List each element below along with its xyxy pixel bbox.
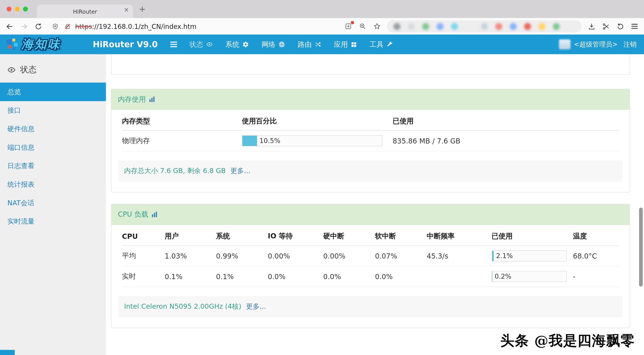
address-bar[interactable]: https://192.168.0.1/zh_CN/index.htm bbox=[50, 22, 338, 31]
download-icon[interactable] bbox=[587, 22, 596, 31]
tab-title: HiRouter bbox=[73, 8, 97, 15]
cpu-progress-fill bbox=[492, 271, 492, 282]
zoom-icon[interactable] bbox=[358, 22, 367, 31]
main-content: 内存使用 内存类型 使用百分比 已使用 物理内存 10.5 bbox=[106, 54, 644, 355]
reset-icon[interactable] bbox=[616, 22, 624, 31]
menu-item-status[interactable]: 状态 bbox=[189, 40, 213, 49]
browser-tab[interactable]: HiRouter × bbox=[37, 5, 133, 18]
app-menu: 状态 系统 网络 路由 应用 工具 bbox=[189, 40, 393, 49]
extension-icon[interactable] bbox=[436, 23, 444, 30]
cpu-temp-cell: 68.0°C bbox=[573, 252, 619, 260]
close-tab-icon[interactable]: × bbox=[124, 7, 129, 13]
col-cpu: CPU bbox=[122, 232, 165, 240]
cpu-progress-label: 2.1% bbox=[496, 252, 513, 260]
site-info-shield-icon[interactable] bbox=[50, 22, 60, 31]
cpu-card-title: CPU 负载 bbox=[118, 210, 148, 219]
extensions-tray bbox=[387, 20, 582, 33]
col-memory-type: 内存类型 bbox=[122, 116, 242, 126]
col-used: 已使用 bbox=[393, 116, 619, 126]
gear-icon bbox=[242, 41, 249, 48]
extension-icon[interactable] bbox=[510, 23, 516, 30]
browser-window: HiRouter × + https://192.168.0.1/zh_CN/i… bbox=[0, 0, 644, 355]
cpu-user-cell: 1.03% bbox=[165, 252, 216, 260]
cpu-hirq-cell: 0.00% bbox=[323, 252, 375, 260]
menu-item-label: 网络 bbox=[262, 40, 276, 49]
cpu-used-cell: 0.2% bbox=[492, 271, 573, 282]
extension-icon[interactable] bbox=[524, 23, 531, 30]
cpu-system-cell: 0.99% bbox=[216, 252, 268, 260]
memory-type-cell: 物理内存 bbox=[122, 136, 242, 146]
url-scheme: https bbox=[75, 22, 92, 30]
cpu-more-link[interactable]: 更多... bbox=[246, 303, 266, 310]
extension-icon[interactable] bbox=[481, 23, 488, 30]
cpu-user-cell: 0.1% bbox=[165, 272, 216, 281]
sidebar-item-nat-sessions[interactable]: NAT会话 bbox=[0, 194, 106, 212]
menu-item-apps[interactable]: 应用 bbox=[334, 40, 357, 49]
memory-more-link[interactable]: 更多... bbox=[230, 167, 250, 175]
extension-icon[interactable] bbox=[495, 23, 502, 30]
extension-icon[interactable] bbox=[394, 23, 400, 30]
eye-icon bbox=[8, 66, 16, 74]
sidebar-item-logs[interactable]: 日志查看 bbox=[0, 157, 106, 175]
extension-icon[interactable] bbox=[451, 23, 458, 30]
shuffle-icon bbox=[314, 41, 321, 48]
sidebar-item-statistics[interactable]: 统计报表 bbox=[0, 175, 106, 194]
minimize-traffic-light[interactable] bbox=[15, 7, 20, 12]
chart-icon[interactable] bbox=[149, 96, 156, 103]
menu-item-network[interactable]: 网络 bbox=[262, 40, 285, 49]
memory-table: 内存类型 使用百分比 已使用 物理内存 10.5% 835.86 MB / 7.… bbox=[122, 110, 619, 151]
extension-icon[interactable] bbox=[538, 23, 546, 30]
sidebar-toggle-icon[interactable] bbox=[169, 40, 178, 49]
bookmark-star-icon[interactable] bbox=[372, 22, 382, 31]
sidebar-item-interfaces[interactable]: 接口 bbox=[0, 101, 106, 120]
extension-alert-icon[interactable] bbox=[344, 22, 353, 31]
url-text[interactable]: https://192.168.0.1/zh_CN/index.htm bbox=[75, 22, 196, 30]
reload-icon[interactable] bbox=[34, 22, 43, 31]
cpu-sirq-cell: 0.07% bbox=[375, 252, 427, 260]
close-traffic-light[interactable] bbox=[6, 7, 12, 12]
forward-icon[interactable] bbox=[19, 22, 28, 31]
extension-icon[interactable] bbox=[553, 23, 560, 30]
scrollbar-thumb[interactable] bbox=[639, 208, 643, 287]
col-system: 系统 bbox=[216, 231, 268, 241]
memory-usage-cell: 10.5% bbox=[242, 135, 393, 146]
menu-item-label: 状态 bbox=[189, 40, 203, 49]
cpu-progress-label: 0.2% bbox=[495, 273, 512, 280]
scissors-icon[interactable] bbox=[601, 22, 610, 31]
tab-strip: HiRouter × + bbox=[0, 0, 644, 18]
logo-icon bbox=[6, 38, 19, 51]
chart-icon[interactable] bbox=[152, 211, 158, 218]
cpu-table: CPU 用户 系统 IO 等待 硬中断 软中断 中断频率 已使用 温度 平均 1… bbox=[122, 225, 619, 287]
menu-item-tools[interactable]: 工具 bbox=[370, 40, 393, 49]
menu-item-system[interactable]: 系统 bbox=[226, 40, 249, 49]
cpu-sirq-cell: 0.0% bbox=[375, 272, 427, 281]
memory-progress-fill bbox=[242, 136, 257, 146]
app-title: HiRouter V9.0 bbox=[93, 39, 158, 49]
avatar bbox=[559, 39, 570, 49]
menu-item-label: 应用 bbox=[334, 40, 348, 49]
cpu-progress-bar: 0.2% bbox=[492, 271, 567, 282]
back-icon[interactable] bbox=[5, 22, 14, 31]
memory-table-header: 内存类型 使用百分比 已使用 bbox=[122, 110, 619, 131]
sidebar-item-realtime-traffic[interactable]: 实时流量 bbox=[0, 212, 106, 231]
menu-item-routing[interactable]: 路由 bbox=[298, 40, 321, 49]
extension-icon[interactable] bbox=[422, 23, 429, 30]
cpu-footer-text: Intel Celeron N5095 2.00GHz (4核) bbox=[124, 303, 242, 310]
new-tab-button[interactable]: + bbox=[139, 5, 146, 13]
menu-item-label: 路由 bbox=[298, 40, 312, 49]
sidebar: 状态 总览 接口 硬件信息 端口信息 日志查看 统计报表 NAT会话 实时流量 bbox=[0, 54, 106, 355]
fullscreen-traffic-light[interactable] bbox=[23, 7, 28, 12]
extension-icon[interactable] bbox=[408, 23, 415, 30]
sidebar-item-hardware[interactable]: 硬件信息 bbox=[0, 120, 106, 138]
logout-link[interactable]: 注销 bbox=[624, 40, 636, 49]
browser-menu-icon[interactable] bbox=[630, 22, 639, 31]
col-used: 已使用 bbox=[492, 231, 573, 241]
col-user: 用户 bbox=[165, 231, 216, 241]
cpu-name-cell: 平均 bbox=[122, 251, 165, 260]
cpu-progress-bar: 2.1% bbox=[492, 250, 567, 262]
brand-text: 海知味 bbox=[22, 36, 61, 53]
cpu-table-header: CPU 用户 系统 IO 等待 硬中断 软中断 中断频率 已使用 温度 bbox=[122, 225, 619, 246]
sidebar-item-overview[interactable]: 总览 bbox=[0, 83, 106, 101]
user-role: <超级管理员> bbox=[574, 40, 618, 49]
sidebar-item-ports[interactable]: 端口信息 bbox=[0, 138, 106, 157]
